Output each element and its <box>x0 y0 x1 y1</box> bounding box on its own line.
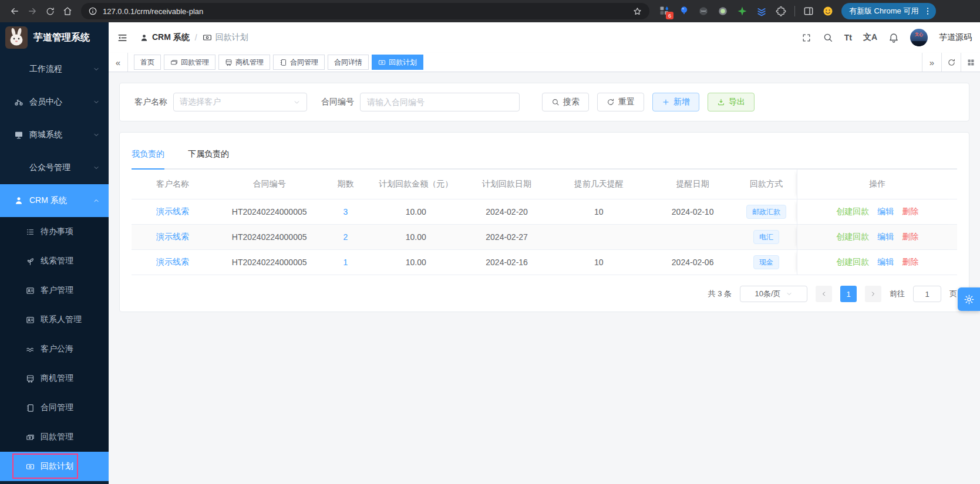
amount-cell: 10.00 <box>366 250 466 275</box>
tab-home[interactable]: 首页 <box>134 55 161 70</box>
user-name[interactable]: 芋道源码 <box>939 32 972 43</box>
delete-button[interactable]: 删除 <box>902 257 918 268</box>
breadcrumb-separator: / <box>195 33 197 42</box>
tab-mine[interactable]: 我负责的 <box>132 149 164 168</box>
tab-receivable-plan[interactable]: 回款计划 <box>372 55 423 70</box>
breadcrumb-section[interactable]: CRM 系统 <box>152 32 190 43</box>
menu-fold-icon[interactable] <box>117 32 128 43</box>
extension-grid-icon[interactable]: 6 <box>659 5 671 17</box>
user-avatar[interactable]: 文心 <box>910 29 928 46</box>
goto-page-input[interactable] <box>913 286 941 302</box>
customer-link[interactable]: 演示线索 <box>156 207 189 217</box>
sidebar-item-opportunities[interactable]: 商机管理 <box>0 364 109 393</box>
reset-button[interactable]: 重置 <box>597 93 644 111</box>
sidebar-item-label: 合同管理 <box>41 402 73 413</box>
sidebar-item-leads[interactable]: 线索管理 <box>0 246 109 276</box>
bus-icon <box>26 374 35 383</box>
gear-icon <box>964 294 975 305</box>
contract-no-input[interactable] <box>360 93 520 111</box>
bell-icon[interactable] <box>888 32 899 43</box>
customer-select[interactable]: 请选择客户 <box>173 93 307 111</box>
chrome-update-label: 有新版 Chrome 可用 <box>849 6 918 16</box>
sidebar-item-customer-pool[interactable]: 客户公海 <box>0 334 109 364</box>
remind-date-cell: 2024-02-06 <box>650 250 736 275</box>
search-icon[interactable] <box>823 32 833 43</box>
tabs-layout-button[interactable] <box>961 53 980 72</box>
page-size-select[interactable]: 10条/页 <box>740 286 807 302</box>
delete-button[interactable]: 删除 <box>902 207 918 217</box>
sidebar-item-mall-system[interactable]: 商城系统 <box>0 119 109 151</box>
sidebar-item-workflow[interactable]: 工作流程 <box>0 53 109 86</box>
main-header: CRM 系统 / 回款计划 Tt 文A 文心 芋道源码 <box>109 22 980 53</box>
font-size-icon[interactable]: Tt <box>844 33 852 42</box>
table-row: 演示线索 HT20240224000005 2 10.00 2024-02-27… <box>132 225 957 250</box>
search-button[interactable]: 搜索 <box>542 93 589 111</box>
sidebar-item-contacts[interactable]: 联系人管理 <box>0 305 109 334</box>
sidebar-item-todo[interactable]: 待办事项 <box>0 217 109 246</box>
crm-submenu: 待办事项 线索管理 客户管理 联系人管理 客户公海 商机管理 <box>0 217 109 481</box>
sidebar-item-crm-system[interactable]: CRM 系统 <box>0 184 109 217</box>
create-receivable-button[interactable]: 创建回款 <box>836 232 869 242</box>
address-bar[interactable]: 127.0.0.1/crm/receivable-plan <box>81 3 649 19</box>
tab-opportunities[interactable]: 商机管理 <box>218 55 270 70</box>
bookmark-star-icon[interactable] <box>632 6 642 16</box>
browser-forward-button[interactable] <box>23 2 41 20</box>
sidebar-item-label: 线索管理 <box>41 256 73 266</box>
edit-button[interactable]: 编辑 <box>877 257 894 268</box>
next-page-button[interactable] <box>865 286 881 302</box>
tab-subordinate[interactable]: 下属负责的 <box>188 149 229 168</box>
period-link[interactable]: 2 <box>343 232 348 242</box>
browser-home-button[interactable] <box>59 2 76 20</box>
empty-icon-slot <box>14 65 23 74</box>
tab-receivables[interactable]: 回款管理 <box>164 55 215 70</box>
sidebar-item-label: 回款管理 <box>41 432 73 442</box>
remind-days-cell <box>548 225 650 249</box>
refresh-icon <box>45 6 55 16</box>
extension-layers-icon[interactable] <box>756 5 767 17</box>
browser-back-button[interactable] <box>6 2 23 20</box>
sidebar-item-receivable-plan[interactable]: 回款计划 <box>0 452 109 481</box>
current-page-button[interactable]: 1 <box>840 286 857 302</box>
settings-fab[interactable] <box>958 287 980 311</box>
tabs-scroll-right-button[interactable]: » <box>922 53 941 72</box>
edit-button[interactable]: 编辑 <box>877 232 894 242</box>
extension-sphere-icon[interactable] <box>698 5 709 17</box>
edit-button[interactable]: 编辑 <box>877 207 894 217</box>
browser-menu-kebab-icon[interactable] <box>923 6 932 16</box>
customer-link[interactable]: 演示线索 <box>156 232 189 242</box>
create-receivable-button[interactable]: 创建回款 <box>836 207 869 217</box>
export-button[interactable]: 导出 <box>708 93 755 111</box>
site-info-icon[interactable] <box>88 6 97 16</box>
tabs-scroll-left-button[interactable]: « <box>109 53 128 72</box>
tab-contracts[interactable]: 合同管理 <box>273 55 325 70</box>
profile-smiley-icon[interactable] <box>822 5 834 17</box>
create-receivable-button[interactable]: 创建回款 <box>836 257 869 268</box>
extension-star-icon[interactable] <box>736 5 748 17</box>
add-button[interactable]: 新增 <box>652 93 699 111</box>
tabs-refresh-button[interactable] <box>941 53 961 72</box>
remind-date-cell <box>650 225 736 249</box>
sidebar-item-contracts[interactable]: 合同管理 <box>0 393 109 422</box>
extension-green-dot-icon[interactable] <box>717 5 729 17</box>
app-logo-row: 芋道管理系统 <box>0 22 109 53</box>
sidebar-item-member-center[interactable]: 会员中心 <box>0 86 109 119</box>
delete-button[interactable]: 删除 <box>902 232 918 242</box>
sidebar-item-official-account[interactable]: 公众号管理 <box>0 151 109 184</box>
prev-page-button[interactable] <box>816 286 832 302</box>
tab-contract-detail[interactable]: 合同详情 <box>328 55 369 70</box>
tab-label: 商机管理 <box>235 57 264 67</box>
extensions-puzzle-icon[interactable] <box>775 5 787 17</box>
period-link[interactable]: 3 <box>343 207 348 216</box>
chevron-down-icon <box>93 66 100 73</box>
customer-link[interactable]: 演示线索 <box>156 257 189 268</box>
sidebar-item-receivables[interactable]: 回款管理 <box>0 422 109 452</box>
sidebar-item-customers[interactable]: 客户管理 <box>0 276 109 305</box>
fullscreen-icon[interactable] <box>801 33 811 43</box>
translate-icon[interactable]: 文A <box>863 32 877 43</box>
chevron-down-icon <box>93 131 100 138</box>
chrome-update-button[interactable]: 有新版 Chrome 可用 <box>841 3 936 19</box>
browser-refresh-button[interactable] <box>41 2 59 20</box>
side-panel-icon[interactable] <box>803 5 814 17</box>
period-link[interactable]: 1 <box>343 258 348 267</box>
extension-balloon-icon[interactable] <box>678 5 690 17</box>
